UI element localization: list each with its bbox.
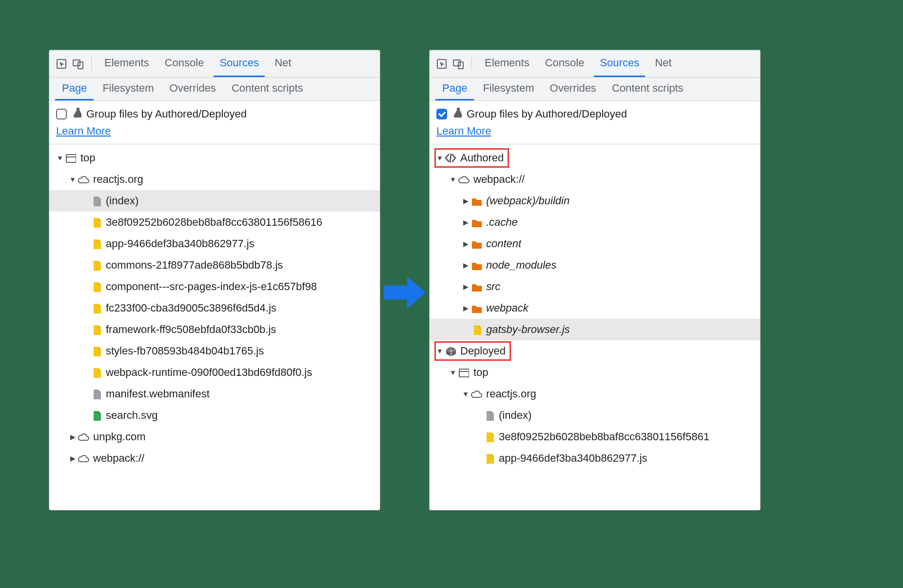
highlight-box: Deployed (434, 341, 511, 361)
devtools-panel-before: Elements Console Sources Net Page Filesy… (49, 50, 380, 510)
cloud-icon (77, 174, 90, 185)
sources-subtabs: Page Filesystem Overrides Content script… (49, 78, 380, 101)
group-option-label: Group files by Authored/Deployed (86, 106, 247, 122)
tab-network[interactable]: Net (269, 50, 297, 77)
learn-more-link[interactable]: Learn More (436, 123, 491, 139)
inspect-icon[interactable] (55, 58, 68, 70)
file-icon (89, 389, 103, 399)
group-checkbox[interactable] (56, 109, 67, 119)
tree-folder[interactable]: src (430, 276, 760, 297)
group-option-bar: Group files by Authored/Deployed Learn M… (430, 101, 760, 144)
experiment-icon (452, 106, 462, 122)
tree-file[interactable]: search.svg (49, 405, 380, 426)
tree-top[interactable]: top (49, 147, 380, 169)
file-icon (89, 410, 103, 421)
tree-file[interactable]: app-9466def3ba340b862977.js (49, 233, 380, 255)
tree-folder[interactable]: .cache (430, 212, 760, 233)
tree-file[interactable]: 3e8f09252b6028beb8baf8cc63801156f58616 (49, 212, 380, 233)
tree-domain-unpkg[interactable]: unpkg.com (49, 426, 380, 448)
file-icon (89, 238, 103, 249)
code-icon (444, 152, 457, 164)
tab-elements[interactable]: Elements (479, 50, 535, 77)
tree-file[interactable]: framework-ff9c508ebfda0f33cb0b.js (49, 319, 380, 340)
tree-folder[interactable]: content (430, 233, 760, 255)
tree-authored[interactable]: Authored (430, 147, 760, 169)
device-toggle-icon[interactable] (72, 58, 84, 70)
subtab-content-scripts[interactable]: Content scripts (225, 78, 310, 100)
tree-domain-webpack[interactable]: webpack:// (430, 169, 760, 190)
cloud-icon (77, 453, 90, 464)
tab-sources[interactable]: Sources (214, 50, 265, 77)
file-icon (89, 346, 103, 356)
tab-sources[interactable]: Sources (594, 50, 645, 77)
subtab-content-scripts[interactable]: Content scripts (605, 78, 690, 100)
folder-icon (470, 282, 483, 292)
tree-folder[interactable]: (webpack)/buildin (430, 190, 760, 212)
tree-deployed[interactable]: Deployed (430, 340, 760, 362)
tab-console[interactable]: Console (159, 50, 210, 77)
folder-icon (470, 303, 483, 313)
device-toggle-icon[interactable] (452, 58, 465, 70)
arrow-icon (381, 269, 428, 316)
subtab-overrides[interactable]: Overrides (543, 78, 603, 100)
file-icon (89, 303, 103, 314)
file-icon (482, 453, 496, 464)
tree-file[interactable]: (index) (430, 405, 760, 426)
file-icon (89, 367, 103, 378)
subtab-filesystem[interactable]: Filesystem (476, 78, 541, 100)
sources-subtabs: Page Filesystem Overrides Content script… (430, 78, 760, 101)
tree-file[interactable]: (index) (49, 190, 380, 212)
cloud-icon (470, 389, 483, 399)
tree-domain-webpack[interactable]: webpack:// (49, 448, 380, 469)
file-tree: top reactjs.org (index) 3e8f09252b6028be… (49, 144, 380, 475)
tree-domain-reactjs[interactable]: reactjs.org (49, 169, 380, 190)
tree-file[interactable]: webpack-runtime-090f00ed13bd69fd80f0.js (49, 362, 380, 383)
cloud-icon (77, 431, 90, 442)
top-tabstrip: Elements Console Sources Net (49, 50, 380, 78)
frame-icon (457, 367, 471, 378)
tree-file[interactable]: app-9466def3ba340b862977.js (430, 448, 760, 469)
subtab-overrides[interactable]: Overrides (163, 78, 223, 100)
subtab-filesystem[interactable]: Filesystem (96, 78, 160, 100)
group-checkbox[interactable] (436, 109, 447, 119)
file-icon (89, 281, 103, 292)
folder-icon (470, 260, 483, 270)
cloud-icon (457, 174, 471, 185)
tree-folder[interactable]: webpack (430, 297, 760, 319)
tree-file[interactable]: fc233f00-cba3d9005c3896f6d5d4.js (49, 297, 380, 319)
group-option-label: Group files by Authored/Deployed (467, 106, 627, 122)
tree-file[interactable]: styles-fb708593b484b04b1765.js (49, 340, 380, 362)
tree-file[interactable]: component---src-pages-index-js-e1c657bf9… (49, 276, 380, 297)
file-icon (89, 217, 103, 228)
file-icon (89, 196, 103, 206)
tree-domain-reactjs[interactable]: reactjs.org (430, 383, 760, 405)
highlight-box: Authored (434, 148, 509, 168)
frame-icon (64, 153, 78, 163)
top-tabstrip: Elements Console Sources Net (430, 50, 760, 78)
experiment-icon (72, 106, 81, 122)
tree-file[interactable]: 3e8f09252b6028beb8baf8cc63801156f5861 (430, 426, 760, 448)
tree-file[interactable]: commons-21f8977ade868b5bdb78.js (49, 255, 380, 276)
folder-icon (470, 239, 483, 249)
file-icon (470, 324, 483, 335)
cube-icon (444, 346, 457, 356)
folder-icon (470, 196, 483, 206)
tab-network[interactable]: Net (649, 50, 677, 77)
file-tree: Authored webpack:// (webpack)/buildin .c… (430, 144, 760, 475)
tree-folder[interactable]: node_modules (430, 255, 760, 276)
tab-elements[interactable]: Elements (98, 50, 155, 77)
inspect-icon[interactable] (435, 58, 448, 70)
tree-file[interactable]: manifest.webmanifest (49, 383, 380, 405)
subtab-page[interactable]: Page (435, 78, 474, 100)
subtab-page[interactable]: Page (55, 78, 94, 100)
divider (91, 57, 92, 71)
tab-console[interactable]: Console (539, 50, 590, 77)
folder-icon (470, 217, 483, 227)
divider (471, 57, 472, 71)
file-icon (482, 431, 496, 442)
tree-file[interactable]: gatsby-browser.js (430, 319, 760, 340)
file-icon (89, 324, 103, 335)
devtools-panel-after: Elements Console Sources Net Page Filesy… (429, 50, 761, 510)
learn-more-link[interactable]: Learn More (56, 123, 111, 139)
tree-top[interactable]: top (430, 362, 760, 383)
